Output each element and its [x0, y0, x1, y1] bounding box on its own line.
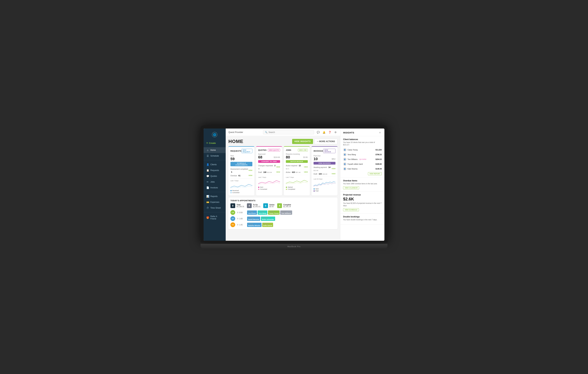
appt-block[interactable]: 11:00AM Vera Wang — [258, 211, 267, 215]
new-quote-badge[interactable]: NEW QUOTE — [268, 149, 280, 151]
client-avatar-4: 👤 — [343, 167, 346, 171]
requests-new-stat: New 59 — [231, 155, 252, 161]
sidebar-item-requests[interactable]: 📋 Requests — [204, 167, 226, 173]
reports-icon: 📊 — [206, 195, 209, 198]
sidebar-item-invoices[interactable]: 📄 Invoices — [204, 185, 226, 191]
notifications-icon[interactable]: 🔔 — [322, 130, 326, 134]
invoices-pastdue-stat: Past Due 10 $862 — [314, 155, 336, 161]
invoices-legend: Sent Paid — [314, 188, 336, 192]
approved-label: Approved — [258, 153, 280, 155]
globe-icon: 🌐 — [212, 132, 217, 137]
help-icon[interactable]: ❓ — [328, 130, 332, 134]
settings-icon[interactable]: ⚙ — [333, 130, 337, 134]
messages-icon[interactable]: 💬 — [316, 130, 320, 134]
appt-block[interactable]: 10:00AM Sofia Garcia — [262, 223, 273, 227]
search-input[interactable] — [269, 131, 312, 133]
schedule-assessments-button[interactable]: SCHEDULE ASSESSMENTS — [231, 162, 252, 166]
jobs-legend: Started Completed — [286, 186, 308, 190]
sidebar-item-timesheet[interactable]: ⏱ Time Sheet — [204, 205, 226, 211]
appointments-section: TODAY'S APPOINTMENTS 8 Total $4,198.35 — [228, 198, 337, 229]
appt-active: 0 Active $0.00 — [263, 203, 274, 208]
insights-title: INSIGHTS — [343, 131, 354, 134]
client-name-3: Fayadh edited Jamil — [347, 163, 363, 165]
total-badge: 8 — [231, 203, 235, 208]
invoices-chart — [314, 181, 336, 187]
complete-badge: 4 — [277, 203, 282, 208]
search-icon: 🔍 — [265, 131, 267, 133]
requests-new-value: 59 — [231, 157, 252, 161]
jobs-active-stat: Active 620 $57.4K VIEW — [286, 171, 308, 174]
invoices-card-header: INVOICES NEW INVOICE — [314, 149, 336, 153]
appt-time-lm: ⏱0:50 — [237, 212, 245, 214]
view-calendar-button[interactable]: VIEW CALENDAR — [343, 186, 359, 189]
invoices-card-title: INVOICES — [314, 150, 323, 152]
sidebar-item-home[interactable]: ⌂ Home — [204, 147, 226, 153]
projected-title: Projected revenue — [343, 194, 382, 196]
hide-insights-button[interactable]: HIDE INSIGHTS — [292, 139, 313, 144]
sidebar-item-schedule[interactable]: ☰ Schedule — [204, 153, 226, 159]
appt-block[interactable]: 8:00AM Natasha Wheeler — [247, 223, 262, 227]
projected-value: $2.6K — [343, 197, 382, 202]
appt-block[interactable]: 2:00PM Casey Young — [268, 211, 280, 215]
jobs-card-title: JOBS — [286, 149, 291, 151]
appointments-title: TODAY'S APPOINTMENTS — [231, 200, 336, 202]
new-job-badge[interactable]: NEW JOB — [298, 149, 308, 151]
invoices-draft-stat: Draft 104 $18.6K VIEW — [314, 172, 336, 175]
client-balances-desc: You have 10 clients that owe you a total… — [343, 141, 382, 146]
refer-icon: 🎁 — [206, 216, 209, 219]
client-amount-4: $149.49 — [376, 168, 382, 170]
appt-total: 8 Total $4,198.35 — [231, 203, 244, 208]
top-bar: Quest Provider 🔍 💬 🔔 ❓ ⚙ — [226, 128, 340, 136]
assessment-view-link[interactable]: VIEW — [248, 170, 252, 171]
new-request-badge[interactable]: NEW REQUEST — [242, 149, 252, 153]
expenses-icon: 💳 — [206, 201, 209, 203]
sidebar-item-expenses[interactable]: 💳 Expenses — [204, 199, 226, 205]
jobs-icon: ✏ — [206, 181, 209, 183]
new-invoice-badge[interactable]: NEW INVOICE — [323, 149, 336, 153]
jobs-card: JOBS NEW JOB Requires invoicing 80 $3.0K — [284, 146, 310, 195]
appt-timeline-cf: 10:00AM Daniel Messina 10:00AM Robin Sch… — [247, 217, 336, 221]
client-amount-1: $796.53 — [376, 154, 382, 156]
quotes-card-title: QUOTES — [258, 149, 266, 151]
received-legend: Received — [231, 190, 252, 192]
card-divider-q — [258, 175, 280, 175]
approved-sub: $104.6K — [274, 156, 280, 158]
sidebar-item-quotes[interactable]: 💬 Quotes — [204, 173, 226, 179]
sidebar-item-jobs[interactable]: ✏ Jobs — [204, 179, 226, 185]
view-schedule-button[interactable]: VIEW SCHEDULE — [343, 208, 359, 211]
total-title: Total — [237, 204, 244, 206]
batch-invoice-button[interactable]: BATCH INVOICE — [286, 160, 308, 163]
client-amount-3: $180.80 — [376, 163, 382, 165]
close-insights-button[interactable]: ✕ — [378, 131, 382, 134]
client-avatar-3: 👤 — [343, 162, 346, 166]
invoices-draft-view-link[interactable]: VIEW — [332, 173, 336, 175]
panel-header: INSIGHTS ✕ — [340, 128, 384, 136]
view-invoices-button[interactable]: VIEW INVOICES — [314, 162, 336, 165]
timesheet-icon: ⏱ — [206, 207, 209, 209]
requests-card-title: REQUESTS — [231, 150, 242, 152]
awaiting-view-link[interactable]: VIEW — [332, 168, 336, 170]
sidebar-item-reports[interactable]: 📊 Reports — [204, 193, 226, 199]
clients-icon: 👤 — [206, 163, 209, 166]
appt-block[interactable]: 4:00PM Tom Williams — [280, 211, 292, 215]
client-name-1: Vera Wang — [347, 154, 356, 156]
create-button[interactable]: + Create — [204, 140, 226, 146]
convert-to-jobs-button[interactable]: CONVERT TO JOBS — [258, 160, 280, 163]
appt-block[interactable]: 10:00AM Daniel Messina — [247, 217, 260, 221]
draft-view-link[interactable]: VIEW — [276, 171, 280, 173]
active-view-link[interactable]: VIEW — [304, 171, 308, 173]
changes-view-link[interactable]: VIEW — [276, 166, 280, 168]
appt-block[interactable]: 10:00AM Robin Schneider — [261, 217, 275, 221]
overdue-view-link[interactable]: VIEW — [248, 175, 252, 176]
avatar-cf: CF — [231, 216, 235, 221]
more-actions-button[interactable]: ··· MORE ACTIONS — [315, 139, 337, 144]
action-required-view-link[interactable]: VIEW — [304, 166, 308, 168]
sidebar-item-refer[interactable]: 🎁 Refer A Friend — [204, 214, 226, 222]
appt-block[interactable]: 9:00AM Joe-Flores — [247, 211, 257, 215]
overdue-label: Overdue — [231, 175, 237, 177]
view-report-button[interactable]: VIEW REPORT — [368, 172, 382, 175]
sidebar-item-clients[interactable]: 👤 Clients — [204, 162, 226, 167]
appointments-summary: 8 Total $4,198.35 4 To Go — [231, 203, 336, 208]
search-bar[interactable]: 🔍 — [263, 130, 314, 134]
appt-time-ks: ⏱1:45 — [237, 224, 245, 226]
